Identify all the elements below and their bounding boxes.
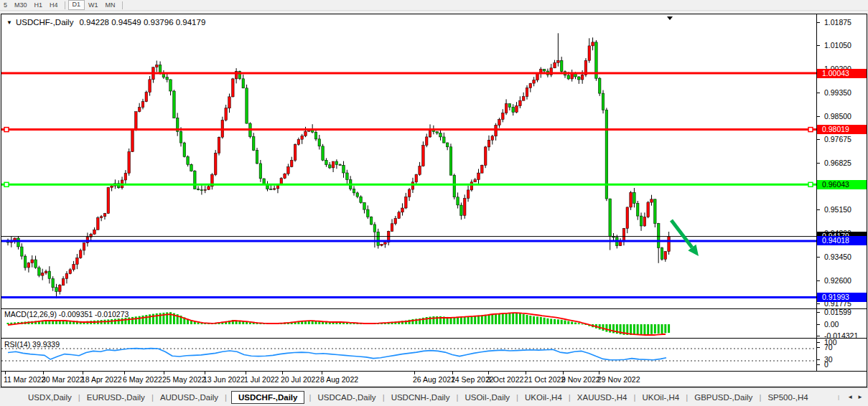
- timeframe-button-H4[interactable]: H4: [46, 1, 62, 9]
- trend-arrow-shaft[interactable]: [671, 220, 692, 247]
- trading-app: { "toolbar": { "timeframe_groups": [["5"…: [0, 0, 868, 406]
- axis-tick: [817, 209, 820, 210]
- date-label: 21 Oct 2022: [524, 375, 565, 384]
- axis-tick: [817, 93, 820, 93]
- hline-handle: [4, 182, 9, 187]
- tab-eurusd-daily[interactable]: EURUSD-,Daily: [85, 392, 147, 403]
- tab-gbpusd-daily[interactable]: GBPUSD-,Daily: [692, 392, 755, 403]
- date-label: 8 Aug 2022: [320, 375, 358, 384]
- price-tick-label: 0.96825: [824, 159, 851, 167]
- tab-usdcad-daily[interactable]: USDCAD-,Daily: [315, 392, 378, 403]
- date-tick: [83, 372, 83, 374]
- date-label: 9 Nov 2022: [561, 375, 600, 384]
- chart-dropdown-icon[interactable]: ▼: [6, 19, 12, 26]
- axis-tick: [817, 257, 820, 258]
- tab-usdchf-daily[interactable]: USDCHF-,Daily: [231, 391, 304, 404]
- rsi-line: [8, 349, 666, 360]
- chart-shift-marker[interactable]: [667, 16, 673, 20]
- rsi-pane[interactable]: [1, 339, 816, 371]
- date-tick: [124, 372, 125, 374]
- date-tick: [5, 372, 6, 374]
- date-tick: [205, 372, 205, 374]
- tab-separator: |: [838, 394, 839, 400]
- tab-usdx-daily[interactable]: USDX,Daily: [26, 392, 74, 403]
- price-pane[interactable]: [1, 14, 816, 308]
- chart-window: ▼USDCHF-,Daily0.94228 0.94549 0.93796 0.…: [1, 14, 867, 387]
- price-tick-label: 0.99350: [824, 88, 851, 97]
- axis-tick: [817, 312, 820, 313]
- tab-separator: |: [309, 393, 311, 402]
- tab-separator: |: [686, 393, 688, 402]
- axis-tick: [817, 342, 820, 343]
- pane-separator[interactable]: [1, 338, 867, 339]
- macd-label: MACD(12,26,9) -0.009351 -0.010273: [4, 310, 129, 318]
- timeframe-button-H1[interactable]: H1: [31, 1, 47, 9]
- axis-tick: [817, 139, 820, 140]
- tab-ukoil-h4[interactable]: UKOil-,H4: [523, 392, 564, 403]
- axis-tick: [817, 364, 820, 365]
- price-tick-label: 0.98500: [824, 112, 851, 121]
- tab-xauusd-h4[interactable]: XAUUSD-,H4: [575, 392, 630, 403]
- date-tick: [246, 372, 246, 374]
- tab-scroll-right-icon[interactable]: ►: [855, 394, 865, 400]
- hline-handle: [4, 128, 9, 132]
- timeframe-button-MN[interactable]: MN: [102, 1, 119, 9]
- price-badge-0.98019: 0.98019: [817, 125, 867, 134]
- price-axis-border: [816, 14, 817, 371]
- tab-separator: |: [633, 393, 635, 402]
- price-tick-label: 0.92600: [824, 276, 851, 285]
- tab-ukoil-h4[interactable]: UKOil-,H4: [640, 392, 681, 403]
- tab-usdcnh-daily[interactable]: USDCNH-,Daily: [389, 392, 452, 403]
- symbol-tabbar: USDX,Daily|EURUSD-,Daily|AUDUSD-,Daily|U…: [0, 387, 868, 406]
- tab-sp500-h4[interactable]: SP500-,H4: [765, 392, 810, 403]
- tab-usoil-daily[interactable]: USOil-,Daily: [462, 392, 512, 403]
- tabbar-spacer: [0, 397, 26, 397]
- date-tick: [488, 372, 489, 374]
- candlestick-canvas: [1, 14, 816, 308]
- tab-separator: |: [516, 393, 518, 402]
- date-label: 25 May 2022: [162, 375, 206, 384]
- date-tick: [452, 372, 453, 374]
- toolbar-separator: [122, 1, 123, 9]
- axis-tick: [817, 163, 820, 164]
- axis-tick: [817, 336, 820, 336]
- price-tick-label: 0.97675: [824, 135, 851, 143]
- hline-objects[interactable]: [1, 73, 816, 297]
- chart-symbol-label: USDCHF-,Daily: [16, 18, 74, 27]
- axis-tick: [817, 359, 820, 360]
- pane-separator[interactable]: [1, 308, 867, 309]
- axis-tick: [817, 347, 820, 348]
- tab-separator: |: [456, 393, 458, 402]
- price-tick-label: 1.01050: [824, 41, 851, 49]
- tab-separator: |: [569, 393, 571, 402]
- axis-tick: [817, 324, 820, 325]
- tab-audusd-daily[interactable]: AUDUSD-,Daily: [158, 392, 220, 403]
- date-tick: [414, 372, 415, 374]
- tab-separator: |: [759, 393, 761, 402]
- timeframe-button-D1[interactable]: D1: [68, 0, 85, 10]
- date-tick: [164, 372, 164, 374]
- date-tick: [282, 372, 283, 374]
- date-label: 6 May 2022: [123, 375, 162, 384]
- price-badge-0.91993: 0.91993: [817, 293, 867, 302]
- date-label: 11 Mar 2022: [4, 375, 45, 384]
- date-label: 18 Apr 2022: [81, 375, 122, 384]
- hline-handle: [808, 128, 813, 132]
- timeframe-button-M30[interactable]: M30: [11, 1, 31, 9]
- date-label: 13 Jun 2022: [203, 375, 245, 384]
- axis-tick: [817, 280, 820, 281]
- timeframe-button-W1[interactable]: W1: [85, 1, 102, 9]
- price-badge-1.00043: 1.00043: [817, 69, 867, 78]
- tab-scroll-left-icon[interactable]: ◄: [845, 394, 855, 400]
- pane-separator: [1, 371, 867, 372]
- tab-separator: |: [151, 393, 154, 402]
- hline-handle: [808, 182, 813, 187]
- tab-separator: |: [78, 393, 80, 402]
- timeframe-button-5[interactable]: 5: [0, 1, 11, 9]
- tab-scroll-arrows: |◄►: [832, 394, 865, 400]
- chart-title: ▼USDCHF-,Daily0.94228 0.94549 0.93796 0.…: [6, 18, 205, 27]
- date-tick: [322, 372, 322, 374]
- price-tick-label: 0.93450: [824, 252, 851, 261]
- axis-tick: [817, 116, 820, 117]
- date-tick: [563, 372, 564, 374]
